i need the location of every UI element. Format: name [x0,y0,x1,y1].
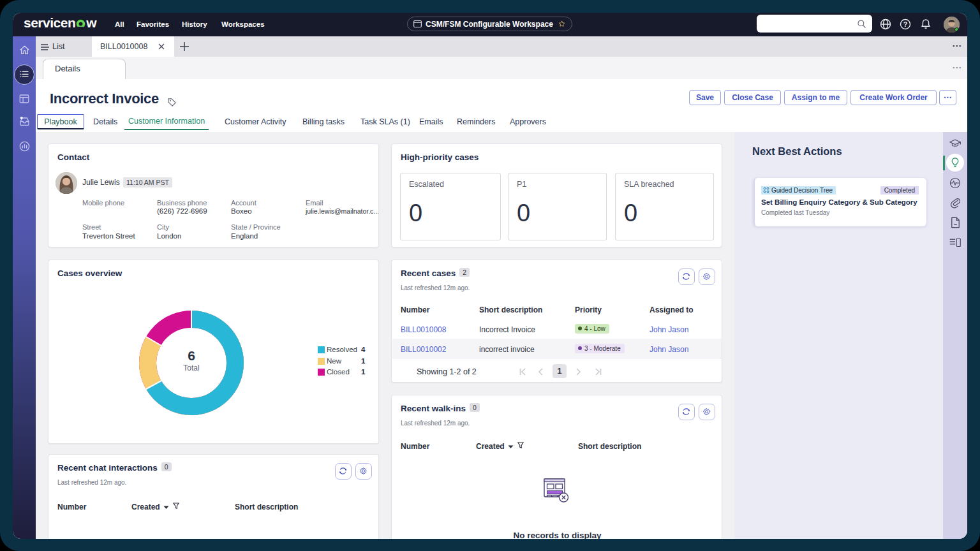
svg-text:?: ? [903,20,908,28]
